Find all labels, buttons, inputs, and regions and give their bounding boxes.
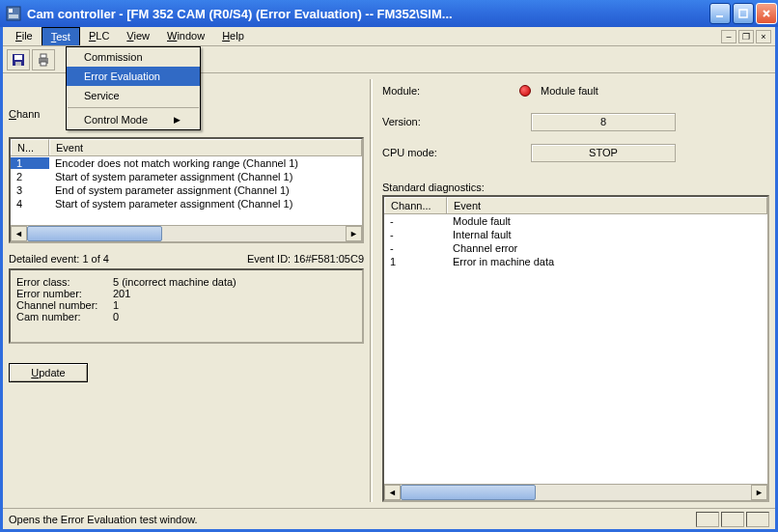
menu-file[interactable]: File [7, 27, 42, 45]
svg-rect-4 [739, 10, 747, 17]
event-list-hscroll[interactable]: ◄ ► [11, 225, 362, 241]
svg-rect-7 [15, 62, 21, 66]
table-row[interactable]: 4Start of system parameter assignment (C… [11, 197, 362, 210]
test-menu-dropdown: Commission Error Evaluation Service Cont… [66, 46, 201, 130]
col-n[interactable]: N... [11, 139, 49, 155]
detail-value: 1 [113, 299, 119, 311]
diagnostics-list-header: Chann... Event [384, 197, 767, 214]
menu-error-evaluation[interactable]: Error Evaluation [67, 67, 200, 86]
status-well-1 [696, 512, 719, 527]
status-message: Opens the Error Evaluation test window. [9, 514, 694, 525]
col-event[interactable]: Event [49, 139, 362, 155]
row-event: Module fault [447, 215, 767, 227]
diagnostics-list[interactable]: Chann... Event -Module fault-Internal fa… [382, 195, 769, 502]
table-row[interactable]: -Internal fault [384, 228, 767, 241]
row-channel: - [384, 229, 447, 240]
mdi-minimize[interactable]: – [721, 30, 736, 43]
svg-rect-10 [41, 62, 46, 66]
row-event: Internal fault [447, 229, 767, 240]
table-row[interactable]: 2Start of system parameter assignment (C… [11, 170, 362, 183]
table-row[interactable]: -Channel error [384, 241, 767, 255]
status-well-2 [721, 512, 744, 527]
version-label: Version: [382, 116, 498, 127]
menu-test[interactable]: Test [42, 27, 80, 45]
menu-control-mode[interactable]: Control Mode▶ [67, 110, 200, 129]
save-button[interactable] [7, 49, 30, 70]
menu-service[interactable]: Service [67, 86, 200, 105]
detail-value: 201 [113, 288, 130, 299]
titlebar: Cam controller - [FM 352 CAM (R0/S4) (Er… [0, 0, 778, 27]
event-id-label: Event ID: 16#F581:05C9 [247, 253, 364, 265]
event-list[interactable]: N... Event 1Encoder does not match worki… [9, 137, 364, 243]
svg-rect-3 [716, 15, 723, 17]
scroll-track[interactable] [162, 226, 346, 241]
svg-rect-6 [14, 55, 22, 60]
col-channel[interactable]: Chann... [384, 197, 447, 213]
version-value: 8 [531, 113, 676, 131]
detail-key: Error number: [16, 288, 113, 299]
status-well-3 [746, 512, 769, 527]
print-button[interactable] [32, 49, 55, 70]
diagnostics-hscroll[interactable]: ◄ ► [384, 484, 767, 500]
module-status: Module fault [541, 85, 598, 97]
maximize-button[interactable] [733, 3, 754, 24]
mdi-close[interactable]: × [756, 30, 771, 43]
statusbar: Opens the Error Evaluation test window. [3, 508, 775, 529]
cpu-mode-label: CPU mode: [382, 147, 498, 158]
svg-rect-9 [41, 54, 46, 58]
menubar: File Test PLC View Window Help – ❐ × [3, 27, 775, 46]
detail-key: Error class: [16, 276, 113, 288]
table-row[interactable]: 1Error in machine data [384, 255, 767, 268]
detail-value: 5 (incorrect machine data) [113, 276, 236, 288]
row-event: End of system parameter assignment (Chan… [49, 184, 362, 196]
detail-key: Cam number: [16, 311, 113, 322]
fault-led-icon [519, 85, 531, 97]
menu-plc[interactable]: PLC [80, 27, 118, 45]
mdi-restore[interactable]: ❐ [738, 30, 754, 43]
table-row[interactable]: 3End of system parameter assignment (Cha… [11, 183, 362, 197]
scroll-left-button-sd[interactable]: ◄ [384, 485, 401, 500]
standard-diagnostics-label: Standard diagnostics: [382, 182, 769, 193]
svg-rect-1 [9, 9, 13, 13]
scroll-thumb-sd[interactable] [401, 485, 536, 500]
table-row[interactable]: -Module fault [384, 214, 767, 228]
table-row[interactable]: 1Encoder does not match working range (C… [11, 156, 362, 170]
scroll-right-button-sd[interactable]: ► [751, 485, 767, 500]
module-label: Module: [382, 85, 498, 97]
row-event: Start of system parameter assignment (Ch… [49, 171, 362, 182]
row-n: 2 [11, 171, 49, 182]
scroll-right-button[interactable]: ► [346, 226, 362, 241]
detail-box: Error class:5 (incorrect machine data)Er… [9, 268, 364, 344]
event-list-header: N... Event [11, 139, 362, 156]
cpu-mode-value: STOP [531, 144, 676, 162]
window-title: Cam controller - [FM 352 CAM (R0/S4) (Er… [27, 7, 709, 21]
detail-value: 0 [113, 311, 119, 322]
menu-separator [68, 107, 199, 108]
row-event: Start of system parameter assignment (Ch… [49, 198, 362, 210]
panel-divider[interactable] [370, 79, 373, 502]
menu-help[interactable]: Help [213, 27, 253, 45]
row-channel: - [384, 215, 447, 227]
row-channel: - [384, 242, 447, 254]
row-n: 3 [11, 184, 49, 196]
row-n: 1 [11, 157, 49, 169]
detailed-event-label: Detailed event: 1 of 4 [9, 253, 109, 265]
menu-commission[interactable]: Commission [67, 47, 200, 67]
close-button[interactable] [756, 3, 777, 24]
menu-view[interactable]: View [118, 27, 158, 45]
svg-rect-2 [9, 14, 18, 18]
printer-icon [36, 52, 51, 68]
row-n: 4 [11, 198, 49, 210]
menu-window[interactable]: Window [158, 27, 213, 45]
row-event: Channel error [447, 242, 767, 254]
col-event-sd[interactable]: Event [447, 197, 767, 213]
update-button[interactable]: Update [9, 363, 88, 382]
scroll-left-button[interactable]: ◄ [11, 226, 27, 241]
row-event: Error in machine data [447, 256, 767, 267]
detail-key: Channel number: [16, 299, 113, 311]
scroll-thumb[interactable] [27, 226, 162, 241]
scroll-track-sd[interactable] [536, 485, 751, 500]
minimize-button[interactable] [709, 3, 731, 24]
row-event: Encoder does not match working range (Ch… [49, 157, 362, 169]
submenu-arrow-icon: ▶ [174, 115, 181, 125]
